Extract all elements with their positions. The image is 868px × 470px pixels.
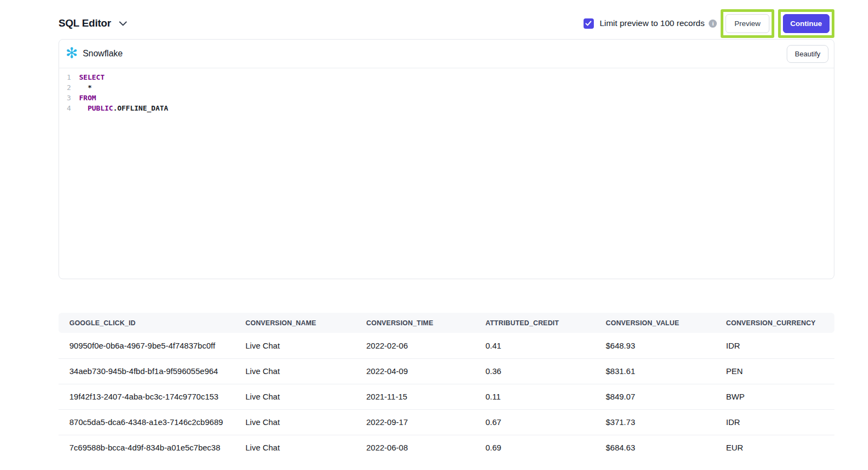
table-cell: Live Chat	[235, 435, 355, 460]
title-dropdown-button[interactable]	[119, 21, 127, 26]
line-number: 1	[62, 72, 71, 82]
table-cell: $371.73	[595, 409, 715, 435]
table-header: GOOGLE_CLICK_IDCONVERSION_NAMECONVERSION…	[59, 313, 834, 333]
code-line: 3FROM	[62, 93, 834, 103]
page-title-group: SQL Editor	[59, 17, 127, 29]
table-cell: 2022-09-17	[355, 409, 475, 435]
results-table: GOOGLE_CLICK_IDCONVERSION_NAMECONVERSION…	[59, 313, 834, 460]
table-row: 19f42f13-2407-4aba-bc3c-174c9770c153Live…	[59, 384, 834, 409]
table-cell: 870c5da5-dca6-4348-a1e3-7146c2cb9689	[59, 409, 235, 435]
table-cell: IDR	[715, 333, 834, 358]
table-cell: Live Chat	[235, 384, 355, 409]
table-cell: 0.41	[475, 333, 595, 358]
column-header: CONVERSION_VALUE	[595, 313, 715, 333]
topbar-actions: Limit preview to 100 records i Preview C…	[584, 9, 834, 38]
table-cell: 19f42f13-2407-4aba-bc3c-174c9770c153	[59, 384, 235, 409]
table-cell: 90950f0e-0b6a-4967-9be5-4f74837bc0ff	[59, 333, 235, 358]
table-cell: Live Chat	[235, 409, 355, 435]
table-body: 90950f0e-0b6a-4967-9be5-4f74837bc0ffLive…	[59, 333, 834, 460]
table-row: 90950f0e-0b6a-4967-9be5-4f74837bc0ffLive…	[59, 333, 834, 358]
table-cell: BWP	[715, 384, 834, 409]
table-row: 34aeb730-945b-4fbd-bf1a-9f596055e964Live…	[59, 358, 834, 384]
code-text: *	[79, 82, 92, 93]
table-cell: EUR	[715, 435, 834, 460]
column-header: ATTRIBUTED_CREDIT	[475, 313, 595, 333]
line-number: 4	[62, 103, 71, 113]
sql-editor-panel: ✻ Snowflake Beautify 1SELECT2 *3FROM4 PU…	[59, 39, 834, 279]
page: SQL Editor Limit preview to 100 records …	[0, 0, 868, 460]
continue-button-highlight: Continue	[778, 9, 835, 38]
table-cell: 0.67	[475, 409, 595, 435]
code-text: SELECT	[79, 72, 105, 82]
chevron-down-icon	[119, 21, 127, 26]
preview-button-highlight: Preview	[721, 9, 774, 38]
table-cell: 0.36	[475, 358, 595, 384]
limit-preview-label: Limit preview to 100 records	[600, 18, 705, 28]
table-cell: PEN	[715, 358, 834, 384]
info-icon[interactable]: i	[709, 20, 717, 28]
sql-code-editor[interactable]: 1SELECT2 *3FROM4 PUBLIC.OFFLINE_DATA	[59, 68, 834, 279]
connector: ✻ Snowflake	[66, 47, 122, 61]
table-row: 7c69588b-bcca-4d9f-834b-a01e5c7bec38Live…	[59, 435, 834, 460]
snowflake-icon: ✻	[66, 46, 78, 61]
column-header: CONVERSION_NAME	[235, 313, 355, 333]
editor-panel-header: ✻ Snowflake Beautify	[59, 40, 834, 68]
line-number: 3	[62, 93, 71, 103]
table-cell: 2022-04-09	[355, 358, 475, 384]
table-cell: $648.93	[595, 333, 715, 358]
table-cell: 2022-06-08	[355, 435, 475, 460]
table-cell: 2021-11-15	[355, 384, 475, 409]
beautify-button[interactable]: Beautify	[787, 45, 828, 63]
code-line: 4 PUBLIC.OFFLINE_DATA	[62, 103, 834, 113]
table-cell: 0.11	[475, 384, 595, 409]
line-number: 2	[62, 82, 71, 93]
page-title: SQL Editor	[59, 17, 111, 29]
column-header: GOOGLE_CLICK_ID	[59, 313, 235, 333]
table-row: 870c5da5-dca6-4348-a1e3-7146c2cb9689Live…	[59, 409, 834, 435]
limit-preview-checkbox[interactable]	[584, 18, 594, 29]
table-cell: $849.07	[595, 384, 715, 409]
continue-button[interactable]: Continue	[783, 14, 830, 33]
topbar: SQL Editor Limit preview to 100 records …	[59, 8, 834, 39]
table-cell: 34aeb730-945b-4fbd-bf1a-9f596055e964	[59, 358, 235, 384]
code-line: 1SELECT	[62, 72, 834, 82]
checkmark-icon	[585, 21, 592, 26]
table-cell: 7c69588b-bcca-4d9f-834b-a01e5c7bec38	[59, 435, 235, 460]
column-header: CONVERSION_TIME	[355, 313, 475, 333]
table-cell: $684.63	[595, 435, 715, 460]
code-text: FROM	[79, 93, 96, 103]
preview-button[interactable]: Preview	[726, 14, 769, 33]
results-section: GOOGLE_CLICK_IDCONVERSION_NAMECONVERSION…	[59, 313, 834, 460]
table-cell: $831.61	[595, 358, 715, 384]
connector-name: Snowflake	[83, 49, 123, 59]
table-cell: Live Chat	[235, 333, 355, 358]
table-cell: IDR	[715, 409, 834, 435]
table-cell: Live Chat	[235, 358, 355, 384]
table-cell: 2022-02-06	[355, 333, 475, 358]
column-header: CONVERSION_CURRENCY	[715, 313, 834, 333]
code-text: PUBLIC.OFFLINE_DATA	[79, 103, 168, 113]
code-line: 2 *	[62, 82, 834, 93]
table-cell: 0.69	[475, 435, 595, 460]
